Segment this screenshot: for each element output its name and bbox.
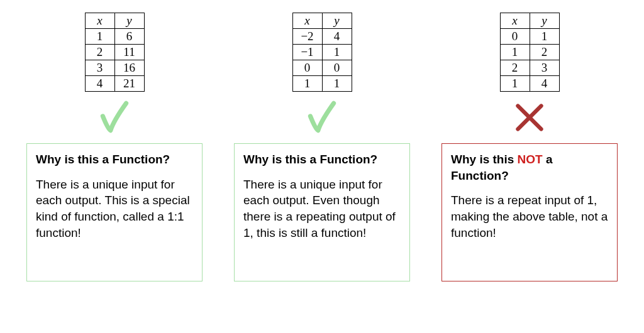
check-icon — [89, 96, 140, 139]
cell: 11 — [114, 45, 144, 60]
title-pre: Why is this a Function? — [36, 153, 170, 166]
cell: 3 — [530, 60, 559, 76]
check-icon — [297, 96, 347, 139]
cell: 0 — [292, 60, 322, 76]
cell: 21 — [114, 76, 144, 92]
cross-icon — [504, 96, 555, 139]
cell: 0 — [322, 60, 352, 76]
cell: 1 — [292, 76, 322, 92]
explanation-box-2: Why is this a Function? There is a uniqu… — [234, 143, 410, 281]
cell: 1 — [322, 45, 352, 60]
cell: 6 — [114, 29, 144, 45]
title-emph: NOT — [518, 153, 543, 166]
example-column-1: x y 16 211 316 421 Why is this a Functio… — [26, 13, 203, 318]
example-column-2: x y −24 −11 00 11 Why is this a Function… — [234, 13, 410, 318]
cell: 16 — [114, 60, 144, 76]
cell: 2 — [530, 45, 559, 60]
cell: 1 — [322, 76, 352, 92]
cell: 0 — [500, 29, 530, 45]
example-column-3: x y 01 12 23 14 Why is this NOT a Functi… — [441, 13, 618, 318]
function-table-2: x y −24 −11 00 11 — [292, 13, 352, 92]
cell: 4 — [530, 76, 559, 92]
title-pre: Why is this — [451, 153, 518, 166]
explanation-box-3: Why is this NOT a Function? There is a r… — [441, 143, 618, 281]
cell: 1 — [500, 45, 530, 60]
col-header-x: x — [85, 13, 114, 29]
explanation-title: Why is this a Function? — [243, 151, 401, 168]
cell: 4 — [85, 76, 114, 92]
cell: 1 — [530, 29, 559, 45]
function-table-1: x y 16 211 316 421 — [85, 13, 145, 92]
cell: −1 — [292, 45, 322, 60]
cell: 1 — [85, 29, 114, 45]
cell: 1 — [500, 76, 530, 92]
cell: −2 — [292, 29, 322, 45]
col-header-x: x — [292, 13, 322, 29]
explanation-body: There is a unique input for each output.… — [243, 177, 401, 241]
title-pre: Why is this a Function? — [243, 153, 377, 166]
cell: 2 — [85, 45, 114, 60]
col-header-y: y — [530, 13, 559, 29]
cell: 4 — [322, 29, 352, 45]
col-header-y: y — [114, 13, 144, 29]
explanation-title: Why is this NOT a Function? — [451, 151, 608, 183]
cell: 3 — [85, 60, 114, 76]
explanation-box-1: Why is this a Function? There is a uniqu… — [26, 143, 203, 281]
col-header-x: x — [500, 13, 530, 29]
page: x y 16 211 316 421 Why is this a Functio… — [0, 0, 644, 333]
explanation-body: There is a repeat input of 1, making the… — [451, 192, 608, 241]
explanation-title: Why is this a Function? — [36, 151, 193, 168]
explanation-body: There is a unique input for each output.… — [36, 177, 193, 241]
function-table-3: x y 01 12 23 14 — [500, 13, 560, 92]
col-header-y: y — [322, 13, 352, 29]
cell: 2 — [500, 60, 530, 76]
